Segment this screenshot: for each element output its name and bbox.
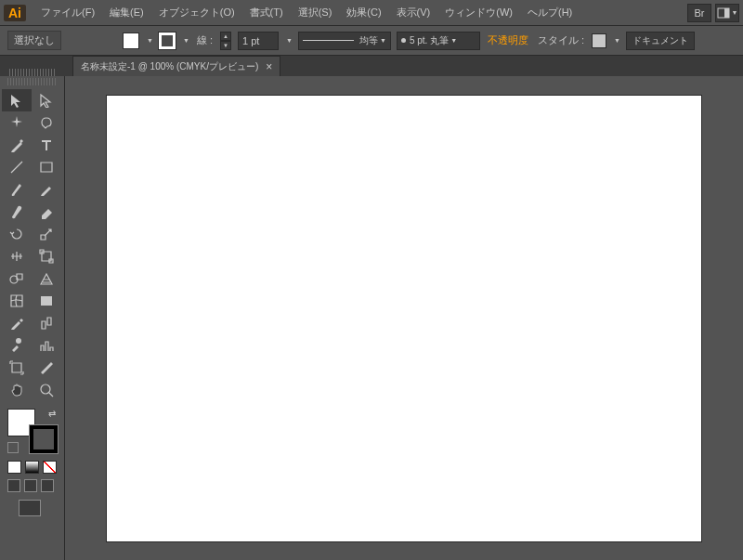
line-tool[interactable] — [2, 156, 32, 178]
slice-tool[interactable] — [32, 357, 61, 379]
column-graph-tool[interactable] — [32, 334, 61, 357]
gradient-tool[interactable] — [32, 290, 61, 312]
bridge-button[interactable]: Br — [687, 4, 711, 22]
paintbrush-tool[interactable] — [2, 178, 32, 201]
menu-file[interactable]: ファイル(F) — [33, 2, 102, 23]
screen-mode-button[interactable] — [19, 500, 41, 516]
pencil-tool[interactable] — [32, 178, 61, 201]
style-dropdown-icon[interactable]: ▼ — [614, 37, 620, 44]
color-mode-gradient[interactable] — [25, 461, 39, 474]
draw-mode-row — [0, 475, 64, 496]
direct-selection-tool[interactable] — [32, 89, 61, 111]
symbol-sprayer-tool[interactable] — [2, 334, 32, 357]
style-label: スタイル : — [538, 33, 584, 47]
menu-help[interactable]: ヘルプ(H) — [520, 2, 580, 23]
menu-object[interactable]: オブジェクト(O) — [151, 2, 242, 23]
eyedropper-tool[interactable] — [2, 312, 32, 334]
stroke-dropdown-icon[interactable]: ▼ — [183, 37, 189, 44]
document-tab-title: 名称未設定-1 @ 100% (CMYK/プレビュー) — [81, 60, 258, 73]
magic-wand-tool[interactable] — [2, 111, 32, 134]
close-tab-icon[interactable]: × — [266, 60, 272, 73]
shape-builder-tool[interactable] — [2, 267, 32, 290]
blob-brush-tool[interactable] — [2, 201, 32, 223]
pen-tool[interactable] — [2, 134, 32, 156]
style-swatch[interactable] — [592, 33, 606, 48]
artboard-tool[interactable] — [2, 357, 32, 379]
menu-select[interactable]: 選択(S) — [291, 2, 340, 23]
stroke-profile-dropdown[interactable]: 均等▼ — [298, 32, 391, 50]
zoom-tool[interactable] — [32, 379, 61, 401]
rotate-tool[interactable] — [2, 223, 32, 245]
swap-fill-stroke-icon[interactable]: ⇄ — [48, 409, 56, 419]
brush-dropdown[interactable]: 5 pt. 丸筆▼ — [397, 32, 480, 50]
eraser-tool[interactable] — [32, 201, 61, 223]
selection-tool[interactable] — [2, 89, 32, 111]
perspective-grid-tool[interactable] — [32, 267, 61, 290]
stroke-color[interactable] — [30, 425, 58, 453]
hand-tool[interactable] — [2, 379, 32, 401]
menu-edit[interactable]: 編集(E) — [102, 2, 151, 23]
draw-inside[interactable] — [41, 479, 54, 492]
stroke-weight-stepper[interactable]: ▲▼ — [220, 32, 231, 50]
document-setup-button[interactable]: ドキュメント — [626, 32, 695, 50]
stroke-swatch[interactable] — [159, 33, 176, 49]
menu-type[interactable]: 書式(T) — [242, 2, 291, 23]
mesh-tool[interactable] — [2, 290, 32, 312]
color-mode-solid[interactable] — [7, 461, 21, 474]
svg-rect-1 — [724, 8, 729, 18]
canvas-area[interactable] — [65, 76, 743, 560]
brush-label: 5 pt. 丸筆 — [410, 34, 449, 47]
opacity-label[interactable]: 不透明度 — [488, 33, 528, 47]
fill-dropdown-icon[interactable]: ▼ — [147, 37, 153, 44]
draw-behind[interactable] — [24, 479, 37, 492]
stroke-weight-input[interactable] — [238, 32, 279, 50]
main-area: ⇄ — [0, 76, 743, 560]
blend-tool[interactable] — [32, 312, 61, 334]
default-fill-stroke[interactable] — [7, 442, 19, 453]
draw-normal[interactable] — [7, 479, 20, 492]
stroke-profile-label: 均等 — [359, 34, 378, 47]
workspace-switcher[interactable]: ▼ — [715, 4, 739, 22]
menu-bar: Ai ファイル(F) 編集(E) オブジェクト(O) 書式(T) 選択(S) 効… — [0, 0, 743, 26]
app-logo: Ai — [4, 5, 26, 21]
rectangle-tool[interactable] — [32, 156, 61, 178]
document-tab-bar: 名称未設定-1 @ 100% (CMYK/プレビュー) × — [0, 56, 743, 76]
document-tab[interactable]: 名称未設定-1 @ 100% (CMYK/プレビュー) × — [72, 56, 280, 76]
tool-panel-grip[interactable] — [7, 78, 57, 85]
scale-tool[interactable] — [32, 223, 61, 245]
menu-effect[interactable]: 効果(C) — [339, 2, 388, 23]
tool-panel: ⇄ — [0, 76, 65, 560]
menu-view[interactable]: 表示(V) — [389, 2, 438, 23]
stroke-weight-dropdown-icon[interactable]: ▼ — [286, 37, 293, 44]
type-tool[interactable] — [32, 134, 61, 156]
fill-stroke-control: ⇄ — [7, 409, 58, 453]
control-bar: 選択なし ▼ ▼ 線 : ▲▼ ▼ 均等▼ 5 pt. 丸筆▼ 不透明度 スタイ… — [0, 26, 743, 56]
color-mode-row — [0, 459, 64, 475]
tab-grip[interactable] — [9, 69, 56, 76]
color-mode-none[interactable] — [43, 461, 57, 474]
stroke-label: 線 : — [197, 33, 213, 47]
screen-mode-row — [0, 496, 64, 520]
width-tool[interactable] — [2, 245, 32, 267]
free-transform-tool[interactable] — [32, 245, 61, 267]
artboard[interactable] — [107, 96, 701, 541]
selection-status: 選択なし — [7, 31, 61, 50]
menu-window[interactable]: ウィンドウ(W) — [437, 2, 520, 23]
bridge-label: Br — [695, 7, 705, 19]
fill-swatch[interactable] — [123, 33, 139, 49]
lasso-tool[interactable] — [32, 111, 61, 134]
